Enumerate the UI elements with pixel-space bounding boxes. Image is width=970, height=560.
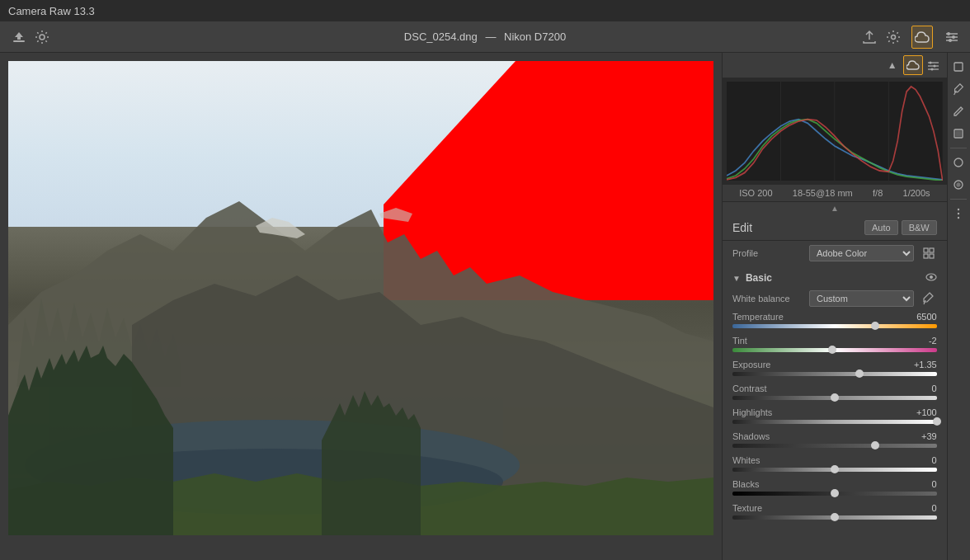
profile-icon-group (921, 245, 937, 261)
wb-select[interactable]: As ShotAutoDaylightCloudyShadeTungstenFl… (809, 290, 914, 307)
shadows-thumb[interactable] (871, 441, 879, 449)
highlights-label: Highlights (732, 407, 772, 417)
tint-label: Tint (732, 336, 747, 346)
tint-value: -2 (908, 336, 937, 346)
square-tool-button[interactable] (948, 123, 969, 144)
tint-label-row: Tint -2 (732, 336, 937, 346)
title-bar: Camera Raw 13.3 (0, 0, 970, 21)
photo-canvas (8, 61, 713, 535)
svg-point-39 (954, 158, 963, 167)
texture-label-row: Texture 0 (732, 503, 937, 513)
aperture-value: f/8 (873, 188, 883, 198)
exposure-thumb[interactable] (855, 369, 864, 378)
contrast-thumb[interactable] (831, 393, 839, 402)
texture-label: Texture (732, 503, 762, 513)
texture-track[interactable] (732, 515, 937, 520)
highlights-track[interactable] (732, 420, 937, 424)
temperature-label: Temperature (732, 312, 784, 322)
histogram-container (723, 78, 947, 185)
whites-slider-row: Whites 0 (723, 454, 947, 478)
whites-track[interactable] (732, 468, 937, 472)
blacks-slider-row: Blacks 0 (723, 478, 947, 501)
svg-rect-35 (954, 63, 963, 71)
profile-label: Profile (732, 248, 803, 258)
bw-button[interactable]: B&W (902, 220, 937, 235)
side-tool-divider (950, 148, 967, 148)
crop-tool-button[interactable] (948, 56, 969, 78)
exposure-track[interactable] (732, 372, 937, 376)
svg-rect-28 (924, 248, 928, 252)
wb-label: White balance (732, 294, 803, 304)
whites-value: 0 (908, 455, 937, 465)
svg-rect-29 (930, 248, 934, 252)
header-toolbar: DSC_0254.dng — Nikon D7200 (0, 21, 970, 53)
svg-rect-38 (956, 131, 961, 136)
sliders-icon[interactable] (924, 55, 944, 75)
camera-info-bar: ISO 200 18-55@18 mm f/8 1/200s (723, 185, 947, 202)
temperature-track[interactable] (732, 324, 937, 328)
texture-slider-row: Texture 0 (723, 501, 947, 525)
pencil-tool-button[interactable] (948, 101, 969, 122)
cloud-sync-button[interactable] (911, 26, 933, 49)
histogram-chart (727, 82, 943, 181)
white-balance-row: White balance As ShotAutoDaylightCloudyS… (723, 287, 947, 310)
temperature-slider-row: Temperature 6500 (723, 310, 947, 334)
image-container[interactable] (0, 53, 722, 560)
svg-point-41 (957, 183, 960, 186)
contrast-label: Contrast (732, 384, 767, 393)
profile-select[interactable]: Adobe ColorAdobe LandscapeAdobe Portrait… (809, 245, 914, 261)
tint-thumb[interactable] (828, 346, 836, 354)
blacks-track[interactable] (732, 492, 937, 496)
panel-icon-row: ▲ (723, 53, 947, 78)
scroll-up-arrow[interactable]: ▲ (723, 202, 947, 214)
svg-point-6 (947, 32, 950, 35)
contrast-track[interactable] (732, 396, 937, 400)
basic-header[interactable]: ▼ Basic (723, 269, 947, 287)
highlights-thumb[interactable] (933, 417, 941, 426)
circle-tool-button[interactable] (948, 152, 969, 173)
lake-layer (49, 379, 503, 486)
svg-point-42 (958, 209, 959, 210)
more-options-button[interactable] (948, 203, 969, 224)
svg-rect-0 (13, 40, 25, 42)
wb-eyedropper-button[interactable] (921, 290, 937, 307)
settings-button[interactable] (33, 28, 51, 46)
blacks-thumb[interactable] (831, 489, 839, 497)
gear-icon-button[interactable] (885, 28, 902, 46)
edit-section-header: Edit Auto B&W (723, 214, 947, 241)
eyedropper-tool-button[interactable] (948, 78, 969, 100)
cloud-button-panel[interactable] (903, 55, 923, 75)
whites-thumb[interactable] (831, 465, 839, 473)
svg-point-8 (949, 39, 952, 42)
side-tool-divider-2 (950, 199, 967, 200)
basic-eye-icon[interactable] (925, 272, 937, 284)
shadows-track[interactable] (732, 444, 937, 448)
iso-value: ISO 200 (739, 188, 772, 198)
app-body: ▲ (0, 53, 970, 560)
texture-value: 0 (908, 503, 937, 513)
svg-point-44 (958, 217, 959, 219)
svg-point-43 (958, 213, 959, 214)
svg-rect-30 (924, 254, 928, 258)
svg-point-1 (40, 35, 45, 40)
upload-icon-button[interactable] (861, 28, 878, 46)
blacks-value: 0 (908, 479, 937, 489)
texture-thumb[interactable] (831, 513, 839, 521)
exposure-slider-row: Exposure +1.35 (723, 358, 947, 382)
side-tools-panel (947, 53, 970, 560)
svg-rect-31 (930, 254, 934, 258)
temperature-value: 6500 (908, 312, 937, 322)
shadows-label: Shadows (732, 431, 770, 441)
sliders-button[interactable] (943, 28, 960, 46)
blacks-label: Blacks (732, 479, 759, 489)
right-panel: ▲ (722, 53, 947, 560)
whites-label-row: Whites 0 (732, 455, 937, 465)
histogram-up-arrow[interactable]: ▲ (883, 55, 902, 75)
heal-tool-button[interactable] (948, 174, 969, 195)
profile-grid-icon[interactable] (921, 245, 937, 261)
tint-track[interactable] (732, 348, 937, 352)
temperature-thumb[interactable] (871, 322, 879, 330)
auto-button[interactable]: Auto (864, 220, 898, 235)
upload-button[interactable] (10, 28, 28, 46)
profile-row: Profile Adobe ColorAdobe LandscapeAdobe … (723, 241, 947, 266)
